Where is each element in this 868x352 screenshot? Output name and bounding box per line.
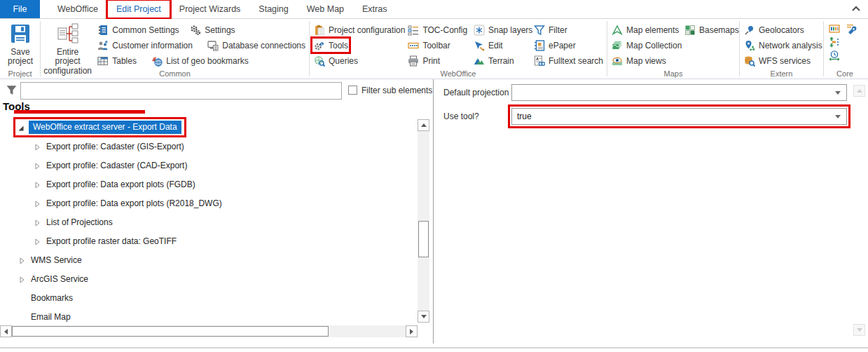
collapsed-twisty-icon[interactable] [18, 257, 25, 264]
geolocators-button[interactable]: Geolocators [743, 23, 824, 36]
expanded-twisty-icon[interactable] [18, 124, 25, 131]
layer-order-icon[interactable] [829, 36, 840, 48]
tree-item-export-profile-gis[interactable]: Export profile: Cadaster (GIS-Export) [0, 137, 416, 156]
tree-item-label: WebOffice extract server - Export Data [29, 121, 181, 134]
filter-button[interactable]: Filter [532, 23, 605, 36]
tree-item-email-map[interactable]: Email Map [0, 307, 416, 326]
fulltext-search-button[interactable]: Fulltext search [532, 54, 605, 67]
tree-item-label: Export profile raster data: GeoTIFF [46, 236, 177, 246]
map-elements-button[interactable]: Map elements [610, 23, 683, 36]
fulltext-search-label: Fulltext search [549, 56, 603, 66]
chevron-down-icon [835, 115, 841, 119]
settings-button[interactable]: Settings [188, 23, 236, 36]
tab-staging[interactable]: Staging [249, 0, 297, 18]
dropdown-value: true [517, 111, 532, 121]
basemaps-label: Basemaps [699, 25, 739, 35]
snap-layers-button[interactable]: Snap layers [472, 23, 532, 36]
list-of-geo-bookmarks-button[interactable]: List of geo bookmarks [150, 54, 249, 67]
terrain-button[interactable]: Terrain [472, 54, 532, 67]
print-label: Print [422, 56, 440, 66]
tree-vertical-scrollbar[interactable] [418, 119, 429, 323]
tools-label: Tools [329, 41, 348, 50]
scroll-up-button[interactable] [418, 119, 429, 131]
tree-item-export-profile-fgdb[interactable]: Export profile: Data export plots (FGDB) [0, 175, 416, 194]
map-views-button[interactable]: Map views [610, 54, 683, 67]
tree-item-export-profile-dwg[interactable]: Export profile: Data export plots (R2018… [0, 194, 416, 212]
database-connections-button[interactable]: Database connections [206, 39, 307, 52]
network-analysis-button[interactable]: Network analysis [743, 39, 824, 52]
network-analysis-label: Network analysis [759, 41, 822, 50]
list-of-geo-bookmarks-label: List of geo bookmarks [166, 56, 248, 66]
tree-item-wms-service[interactable]: WMS Service [0, 250, 416, 269]
annotation-box: WebOffice extract server - Export Data [13, 117, 186, 137]
scroll-down-button[interactable] [418, 311, 429, 323]
tables-label: Tables [112, 56, 137, 66]
wrench-config-icon[interactable] [846, 23, 857, 34]
entire-project-configuration-button[interactable]: Entire project configuration [43, 21, 92, 69]
collapsed-twisty-icon[interactable] [34, 162, 41, 169]
toolbar-window-icon[interactable] [829, 23, 840, 34]
save-project-button[interactable]: Save project [3, 21, 38, 69]
tree-item-arcgis-service[interactable]: ArcGIS Service [0, 269, 416, 288]
scrollbar-thumb[interactable] [418, 221, 429, 257]
use-tool-dropdown[interactable]: true [511, 108, 847, 125]
toolbar-button[interactable]: Toolbar [406, 39, 472, 52]
common-settings-button[interactable]: Common Settings [96, 23, 176, 36]
collapsed-twisty-icon[interactable] [34, 200, 41, 207]
toolbar-label: Toolbar [422, 41, 450, 50]
chevron-up-icon[interactable] [851, 5, 861, 13]
default-projection-label: Default projection [443, 88, 509, 97]
database-search-icon [744, 55, 755, 67]
tools-button[interactable]: Tools [312, 39, 349, 52]
epaper-label: ePaper [549, 41, 576, 50]
queries-label: Queries [329, 56, 358, 66]
filter-sub-elements-checkbox[interactable] [348, 86, 357, 95]
default-projection-dropdown[interactable] [511, 84, 847, 101]
chevron-down-icon [835, 91, 841, 95]
tab-web-map[interactable]: Web Map [298, 0, 353, 18]
use-tool-label: Use tool? [443, 111, 479, 121]
scroll-right-button[interactable] [406, 325, 418, 337]
collapsed-twisty-icon[interactable] [34, 143, 41, 150]
collapsed-twisty-icon[interactable] [34, 238, 41, 245]
tree-item-weboffice-extract-server[interactable]: WebOffice extract server - Export Data [0, 118, 416, 137]
edit-button[interactable]: Edit [472, 39, 532, 52]
epaper-button[interactable]: ePaper [532, 39, 605, 52]
tree-item-label: Export profile: Data export plots (R2018… [46, 198, 222, 208]
wfs-services-button[interactable]: WFS services [743, 54, 824, 67]
tab-file[interactable]: File [0, 0, 40, 18]
scrollbar-thumb[interactable] [12, 326, 329, 337]
tree-item-export-profile-cad[interactable]: Export profile: Cadaster (CAD-Export) [0, 156, 416, 175]
group-label-extern: Extern [740, 69, 823, 78]
tables-button[interactable]: Tables [96, 54, 137, 67]
scroll-left-button[interactable] [0, 325, 12, 337]
collapsed-twisty-icon[interactable] [34, 181, 41, 188]
tree-item-label: WMS Service [31, 255, 82, 265]
disabled-scroll-up-button [853, 85, 865, 97]
bottom-separator [0, 347, 868, 348]
tab-edit-project[interactable]: Edit Project [107, 0, 170, 18]
toc-config-button[interactable]: TOC-Config [406, 23, 472, 36]
print-button[interactable]: Print [406, 54, 472, 67]
geo-bookmark-icon [151, 55, 163, 67]
tab-weboffice[interactable]: WebOffice [48, 0, 107, 18]
scheduler-clock-icon[interactable] [829, 50, 840, 61]
toolbar-icon [408, 40, 419, 51]
map-collection-button[interactable]: Map Collection [610, 39, 683, 52]
queries-button[interactable]: Queries [312, 54, 406, 67]
basemaps-button[interactable]: Basemaps [683, 23, 740, 36]
group-label-core: Core [824, 69, 866, 78]
project-configuration-button[interactable]: Project configuration [312, 23, 406, 36]
tab-extras[interactable]: Extras [353, 0, 396, 18]
tree-item-bookmarks[interactable]: Bookmarks [0, 288, 416, 307]
tree-item-export-profile-geotiff[interactable]: Export profile raster data: GeoTIFF [0, 231, 416, 250]
tab-project-wizards[interactable]: Project Wizards [170, 0, 250, 18]
filter-sub-elements-label: Filter sub elements [361, 86, 432, 95]
collapsed-twisty-icon[interactable] [34, 219, 41, 226]
collapsed-twisty-icon[interactable] [18, 276, 25, 283]
customer-information-button[interactable]: Customer information [96, 39, 193, 52]
ribbon-group-core: Core [824, 19, 866, 79]
tree-item-list-of-projections[interactable]: List of Projections [0, 212, 416, 231]
tree-horizontal-scrollbar[interactable] [0, 325, 418, 337]
filter-input[interactable] [20, 82, 342, 100]
